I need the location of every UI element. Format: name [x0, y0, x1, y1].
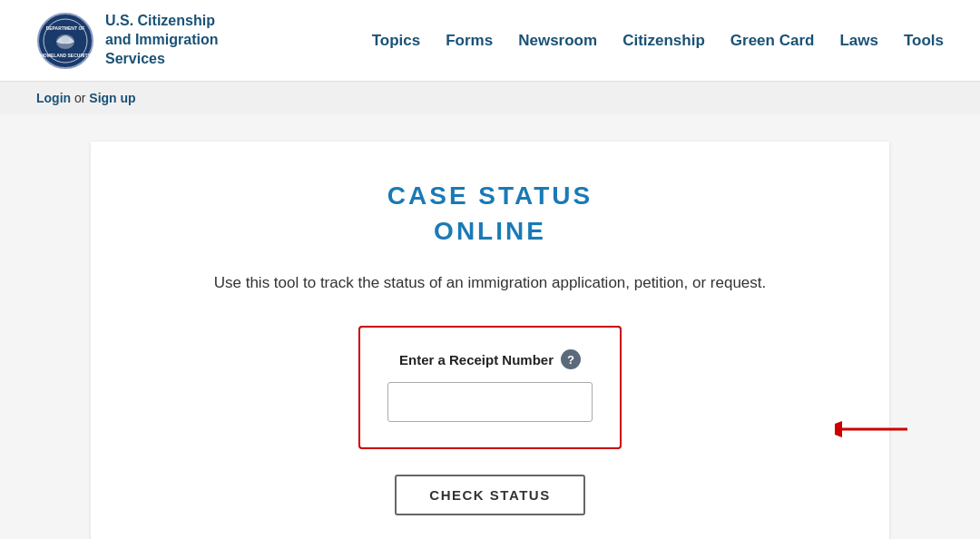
- nav-item-citizenship[interactable]: Citizenship: [622, 28, 705, 54]
- receipt-label: Enter a Receipt Number: [399, 352, 554, 368]
- login-separator: or: [74, 91, 89, 105]
- nav-item-newsroom[interactable]: Newsroom: [518, 28, 597, 54]
- help-icon[interactable]: ?: [561, 349, 581, 369]
- dhs-seal-icon: DEPARTMENT OF HOMELAND SECURITY: [36, 12, 94, 70]
- nav-item-laws[interactable]: Laws: [839, 28, 878, 54]
- svg-text:HOMELAND SECURITY: HOMELAND SECURITY: [40, 53, 91, 58]
- case-status-card: CASE STATUS ONLINE Use this tool to trac…: [91, 142, 889, 539]
- arrow-indicator: [835, 411, 916, 447]
- receipt-section: Enter a Receipt Number ?: [358, 326, 622, 449]
- main-nav: Topics Forms Newsroom Citizenship Green …: [372, 28, 944, 54]
- svg-text:DEPARTMENT OF: DEPARTMENT OF: [46, 25, 85, 31]
- check-status-button[interactable]: CHECK STATUS: [395, 475, 584, 515]
- logo-text: U.S. Citizenship and Immigration Service…: [105, 12, 218, 68]
- card-description: Use this tool to track the status of an …: [145, 270, 835, 297]
- svg-point-5: [62, 35, 69, 43]
- nav-item-green-card[interactable]: Green Card: [730, 28, 815, 54]
- receipt-number-input[interactable]: [387, 382, 593, 422]
- main-content: CASE STATUS ONLINE Use this tool to trac…: [0, 114, 980, 539]
- nav-item-forms[interactable]: Forms: [446, 28, 493, 54]
- arrow-icon: [835, 411, 916, 447]
- login-bar: Login or Sign up: [0, 82, 980, 114]
- nav-item-topics[interactable]: Topics: [372, 28, 421, 54]
- card-title: CASE STATUS ONLINE: [145, 178, 835, 249]
- signup-link[interactable]: Sign up: [89, 91, 135, 105]
- receipt-label-row: Enter a Receipt Number ?: [387, 349, 593, 369]
- site-header: DEPARTMENT OF HOMELAND SECURITY U.S. Cit…: [0, 0, 980, 82]
- logo-area: DEPARTMENT OF HOMELAND SECURITY U.S. Cit…: [36, 12, 218, 70]
- nav-item-tools[interactable]: Tools: [904, 28, 944, 54]
- login-link[interactable]: Login: [36, 91, 71, 105]
